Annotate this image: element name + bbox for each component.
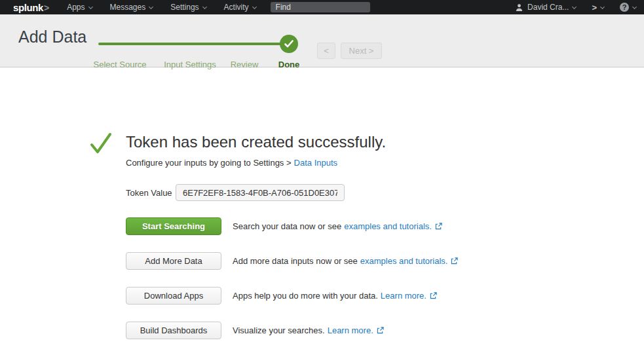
page-title: Add Data (18, 28, 86, 46)
chevron-down-icon (88, 4, 92, 9)
token-row: Token Value (126, 184, 345, 201)
add-more-data-desc: Add more data inputs now or seeexamples … (233, 256, 458, 266)
external-link-icon (451, 257, 458, 265)
top-navbar: splunk > Apps Messages Settings Activity… (0, 0, 644, 14)
wizard-done-circle (280, 35, 298, 53)
action-list: Start Searching Search your data now or … (126, 217, 458, 353)
nav-menu-messages-label: Messages (110, 3, 146, 12)
success-subtitle: Configure your inputs by going to Settin… (126, 158, 337, 168)
nav-menu-activity[interactable]: Activity (224, 3, 256, 12)
wizard-progress-line (98, 43, 282, 45)
external-link-icon (430, 292, 437, 299)
token-value-label: Token Value (126, 188, 176, 198)
chevron-down-icon (202, 4, 207, 9)
desc-text: Search your data now or see (233, 221, 341, 231)
share-icon: > (592, 3, 597, 12)
splunk-logo-caret: > (44, 3, 49, 13)
success-check-icon (90, 132, 112, 155)
desc-text: Visualize your searches. (233, 325, 325, 335)
chevron-down-icon (572, 4, 577, 9)
nav-menu-settings-label: Settings (170, 3, 199, 12)
action-row-build-dashboards: Build Dashboards Visualize your searches… (126, 322, 458, 339)
chevron-down-icon (252, 4, 257, 9)
add-more-data-button[interactable]: Add More Data (126, 252, 221, 270)
learn-more-link[interactable]: Learn more. (328, 325, 373, 335)
start-searching-desc: Search your data now or seeexamples and … (233, 221, 442, 231)
chevron-down-icon (632, 4, 637, 9)
help-icon: ? (620, 3, 629, 12)
wizard-header: Add Data Select Source Input Settings Re… (0, 14, 644, 67)
nav-menu-activity-label: Activity (224, 3, 249, 12)
token-value-field[interactable] (176, 184, 345, 201)
next-button[interactable]: Next > (341, 43, 382, 59)
help-menu[interactable]: ? (620, 3, 636, 12)
examples-tutorials-link[interactable]: examples and tutorials. (360, 256, 448, 266)
wizard-step-select-source: Select Source (94, 60, 147, 69)
external-link-icon (435, 223, 442, 230)
user-icon (515, 3, 523, 12)
action-row-add-more-data: Add More Data Add more data inputs now o… (126, 252, 458, 270)
nav-menu-apps-label: Apps (67, 3, 85, 12)
nav-menu-settings[interactable]: Settings (170, 3, 206, 12)
find-search-input[interactable] (271, 2, 370, 12)
splunk-logo-text: splunk (13, 2, 43, 13)
navbar-right-group: David Cra... > ? (515, 3, 636, 12)
wizard-step-review: Review (231, 60, 259, 69)
check-icon (284, 40, 294, 48)
download-apps-button[interactable]: Download Apps (126, 287, 221, 305)
wizard-step-input-settings: Input Settings (164, 60, 216, 69)
chevron-down-icon (600, 4, 605, 9)
action-row-start-searching: Start Searching Search your data now or … (126, 217, 458, 235)
user-menu[interactable]: David Cra... (515, 3, 576, 12)
chevron-down-icon (149, 4, 153, 9)
subtitle-text: Configure your inputs by going to Settin… (126, 158, 292, 168)
download-apps-desc: Apps help you do more with your data.Lea… (233, 291, 437, 301)
nav-menu-apps[interactable]: Apps (67, 3, 92, 12)
splunk-logo[interactable]: splunk > (13, 2, 49, 13)
learn-more-link[interactable]: Learn more. (381, 291, 426, 301)
user-name-label: David Cra... (527, 3, 569, 12)
desc-text: Add more data inputs now or see (233, 256, 358, 266)
start-searching-button[interactable]: Start Searching (126, 217, 221, 235)
wizard-step-done: Done (278, 60, 300, 69)
success-title: Token has been created successfully. (126, 133, 386, 151)
examples-tutorials-link[interactable]: examples and tutorials. (344, 221, 432, 231)
back-button[interactable]: < (317, 43, 335, 59)
action-row-download-apps: Download Apps Apps help you do more with… (126, 287, 458, 305)
build-dashboards-desc: Visualize your searches.Learn more. (233, 325, 384, 335)
share-menu[interactable]: > (592, 3, 604, 12)
build-dashboards-button[interactable]: Build Dashboards (126, 322, 221, 339)
data-inputs-link[interactable]: Data Inputs (294, 158, 338, 168)
external-link-icon (377, 327, 384, 334)
desc-text: Apps help you do more with your data. (233, 291, 378, 301)
nav-menu-messages[interactable]: Messages (110, 3, 153, 12)
